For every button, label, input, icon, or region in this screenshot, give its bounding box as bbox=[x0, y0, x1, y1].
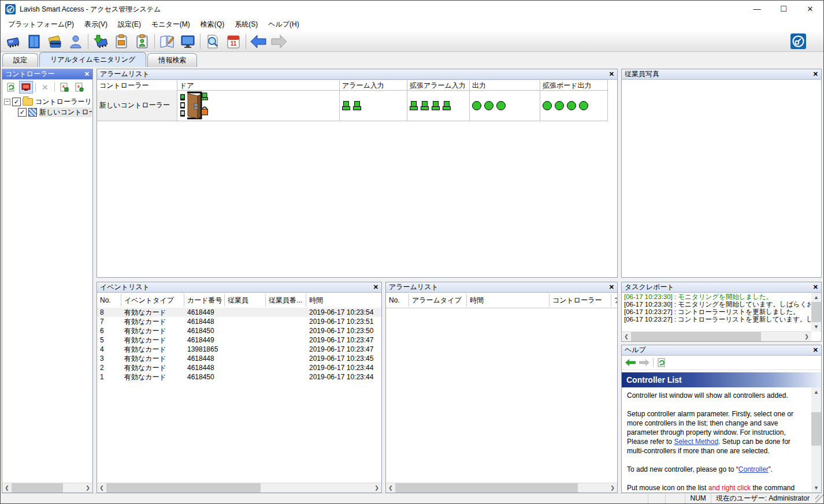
scroll-left-icon[interactable]: ❮ bbox=[2, 483, 12, 492]
card-icon[interactable] bbox=[44, 32, 65, 51]
alarm-hscrollbar[interactable]: ❮ ❯ bbox=[386, 483, 617, 492]
scroll-left-icon[interactable]: ❮ bbox=[386, 483, 395, 492]
close-icon[interactable]: ✕ bbox=[813, 347, 818, 353]
export-list-icon[interactable]: x bbox=[57, 81, 71, 94]
column-header[interactable]: 出力 bbox=[470, 80, 540, 90]
column-header[interactable]: コントローラー bbox=[97, 80, 177, 90]
event-row[interactable]: 5 有効なカード 4618449 2019-06-17 10:23:47 bbox=[97, 335, 381, 345]
menu-item[interactable]: 系統(S) bbox=[229, 18, 263, 31]
column-header[interactable]: ドア bbox=[177, 80, 340, 90]
workspace-tab[interactable]: 設定 bbox=[2, 53, 38, 67]
output-cell[interactable] bbox=[470, 90, 540, 121]
column-header[interactable]: No. bbox=[386, 294, 409, 307]
search-document-icon[interactable] bbox=[202, 32, 223, 51]
column-header[interactable]: イベントタイプ bbox=[121, 294, 184, 307]
scroll-down-icon[interactable]: ▼ bbox=[811, 322, 821, 331]
back-icon[interactable] bbox=[248, 32, 269, 51]
user-report-icon[interactable] bbox=[132, 32, 153, 51]
column-header[interactable]: アラーム入力 bbox=[340, 80, 407, 90]
calendar-icon[interactable]: 11 bbox=[223, 32, 244, 51]
column-header[interactable]: アラーム bbox=[611, 294, 618, 307]
close-icon[interactable]: ✕ bbox=[813, 284, 818, 290]
column-header[interactable]: 従業員 bbox=[225, 294, 266, 307]
column-header[interactable]: 拡張アラーム入力 bbox=[407, 80, 470, 90]
close-button[interactable]: ✕ bbox=[797, 1, 823, 18]
task-hscrollbar[interactable]: ❮ ❯ bbox=[622, 331, 811, 341]
scroll-left-icon[interactable]: ❮ bbox=[97, 483, 106, 492]
select-method-link[interactable]: Select Method bbox=[674, 438, 718, 446]
menu-item[interactable]: 設定(E) bbox=[113, 18, 146, 31]
column-header[interactable]: アラームタイプ bbox=[409, 294, 467, 307]
menu-item[interactable]: 検索(Q) bbox=[195, 18, 229, 31]
checkbox-checked-icon[interactable]: ✓ bbox=[18, 108, 27, 117]
help-refresh-icon[interactable] bbox=[657, 358, 666, 367]
event-row[interactable]: 7 有効なカード 4618448 2019-06-17 10:23:51 bbox=[97, 317, 381, 326]
menu-item[interactable]: プラットフォーム(P) bbox=[3, 18, 79, 31]
minimize-button[interactable]: — bbox=[744, 1, 770, 18]
help-back-icon[interactable] bbox=[625, 359, 636, 366]
workspace-tab[interactable]: 情報検索 bbox=[147, 53, 197, 67]
delete-icon[interactable]: ✕ bbox=[38, 81, 52, 94]
event-row[interactable]: 3 有効なカード 4618448 2019-06-17 10:23:45 bbox=[97, 354, 381, 363]
ext-alarm-input-cell[interactable] bbox=[407, 90, 470, 121]
refresh-list-icon[interactable] bbox=[4, 81, 18, 94]
tree-node-new-controller[interactable]: ✓ 新しいコントローラー bbox=[3, 107, 92, 117]
column-header[interactable]: カード番号 bbox=[184, 294, 225, 307]
scroll-thumb[interactable] bbox=[811, 412, 821, 446]
tree-node-controller-list[interactable]: – ✓ コントローラーリスト bbox=[3, 96, 92, 107]
scroll-thumb[interactable] bbox=[12, 483, 63, 492]
app-logo-button[interactable] bbox=[790, 33, 806, 49]
controller-link[interactable]: Controller bbox=[738, 465, 769, 473]
collapse-icon[interactable]: – bbox=[4, 99, 10, 105]
door-icon[interactable] bbox=[24, 32, 44, 51]
ext-board-output-cell[interactable] bbox=[540, 90, 608, 121]
column-header[interactable]: No. bbox=[97, 294, 121, 307]
scroll-right-icon[interactable]: ❯ bbox=[802, 332, 811, 341]
menu-item[interactable]: 表示(V) bbox=[79, 18, 113, 31]
scroll-thumb[interactable] bbox=[395, 483, 578, 492]
door-cell[interactable] bbox=[177, 90, 340, 121]
import-list-icon[interactable]: x bbox=[72, 81, 86, 94]
column-header[interactable]: 時間 bbox=[467, 294, 550, 307]
event-hscrollbar[interactable]: ❮ ❯ bbox=[97, 483, 381, 492]
card-report-icon[interactable] bbox=[111, 32, 132, 51]
checkbox-checked-icon[interactable]: ✓ bbox=[12, 98, 21, 106]
event-row[interactable]: 1 有効なカード 4618450 2019-06-17 10:23:44 bbox=[97, 372, 381, 382]
scroll-thumb[interactable] bbox=[811, 302, 821, 322]
tree-node-label[interactable]: コントローラーリスト bbox=[35, 97, 92, 107]
controller-name-cell[interactable]: 新しいコントローラー bbox=[97, 90, 177, 121]
column-header[interactable]: 従業員番... bbox=[266, 294, 306, 307]
help-vscrollbar[interactable]: ▲ ▼ bbox=[811, 387, 821, 492]
monitor-icon[interactable] bbox=[177, 32, 198, 51]
user-icon[interactable] bbox=[65, 32, 86, 51]
download-controller-icon[interactable] bbox=[90, 32, 111, 51]
close-icon[interactable]: ✕ bbox=[373, 284, 378, 290]
scroll-down-icon[interactable]: ▼ bbox=[811, 483, 821, 492]
monitor-controller-icon[interactable] bbox=[19, 81, 33, 94]
help-forward-icon[interactable] bbox=[639, 359, 649, 366]
column-header[interactable]: 拡張ボード出力 bbox=[540, 80, 608, 90]
alarm-input-cell[interactable] bbox=[340, 90, 407, 121]
controller-status-row[interactable]: 新しいコントローラー bbox=[97, 90, 608, 121]
event-row[interactable]: 8 有効なカード 4618449 2019-06-17 10:23:54 bbox=[97, 308, 381, 317]
menu-item[interactable]: ヘルプ(H) bbox=[263, 18, 305, 31]
column-header[interactable]: コントローラー bbox=[550, 294, 611, 307]
column-header[interactable]: 時間 bbox=[306, 294, 381, 307]
scroll-right-icon[interactable]: ❯ bbox=[608, 483, 617, 492]
event-row[interactable]: 2 有効なカード 4618448 2019-06-17 10:23:44 bbox=[97, 363, 381, 372]
scroll-thumb[interactable] bbox=[106, 483, 261, 492]
controller-icon[interactable] bbox=[3, 32, 24, 51]
maximize-button[interactable]: ☐ bbox=[770, 1, 797, 18]
event-row[interactable]: 6 有効なカード 4618450 2019-06-17 10:23:50 bbox=[97, 326, 381, 335]
close-icon[interactable]: ✕ bbox=[609, 284, 614, 290]
scroll-thumb[interactable] bbox=[631, 332, 761, 341]
event-row[interactable]: 4 有効なカード 13981865 2019-06-17 10:23:47 bbox=[97, 345, 381, 354]
event-log-icon[interactable] bbox=[157, 32, 177, 51]
door-status-icon[interactable] bbox=[180, 91, 209, 120]
scroll-right-icon[interactable]: ❯ bbox=[83, 483, 92, 492]
scroll-up-icon[interactable]: ▲ bbox=[811, 387, 821, 397]
forward-icon[interactable] bbox=[269, 32, 289, 51]
scroll-up-icon[interactable]: ▲ bbox=[811, 293, 821, 302]
scroll-left-icon[interactable]: ❮ bbox=[622, 332, 631, 341]
scroll-right-icon[interactable]: ❯ bbox=[372, 483, 381, 492]
